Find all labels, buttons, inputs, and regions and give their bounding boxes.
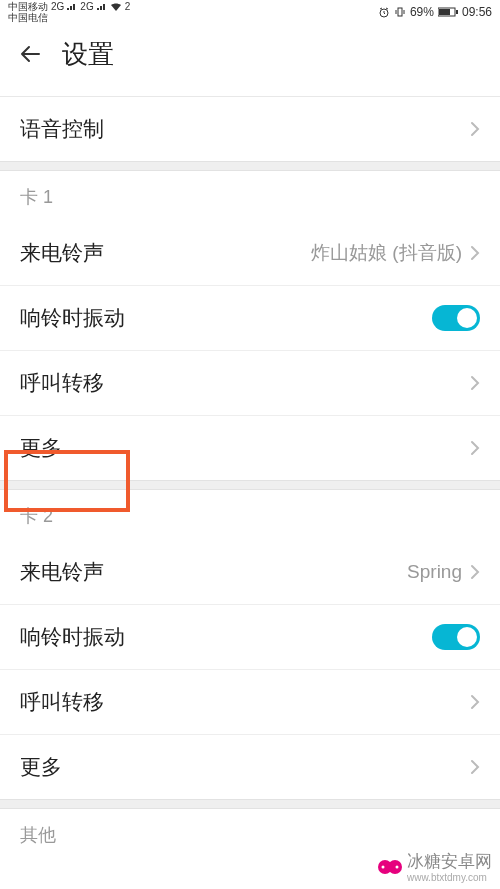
status-bar: 中国移动 2G 2G 2 中国电信 69% 09:56: [0, 0, 500, 24]
watermark-logo-icon: [377, 858, 403, 876]
card2-more-row[interactable]: 更多: [0, 734, 500, 799]
svg-point-8: [382, 865, 385, 868]
chevron-right-icon: [470, 121, 480, 137]
svg-rect-7: [383, 864, 397, 870]
svg-rect-1: [398, 8, 402, 16]
network-1: 2G: [51, 1, 64, 12]
chevron-right-icon: [470, 375, 480, 391]
card2-vibrate-toggle[interactable]: [432, 624, 480, 650]
chevron-right-icon: [470, 564, 480, 580]
alarm-icon: [378, 6, 390, 18]
back-button[interactable]: [18, 42, 42, 66]
watermark: 冰糖安卓网 www.btxtdmy.com: [377, 850, 492, 883]
carrier-1: 中国移动: [8, 1, 48, 12]
card1-vibrate-row[interactable]: 响铃时振动: [0, 285, 500, 350]
card2-header: 卡 2: [0, 490, 500, 540]
battery-icon: [438, 7, 458, 17]
page-title: 设置: [62, 37, 114, 72]
card1-more-row[interactable]: 更多: [0, 415, 500, 480]
card1-vibrate-label: 响铃时振动: [20, 304, 125, 332]
voice-control-row[interactable]: 语音控制: [0, 97, 500, 161]
svg-point-9: [396, 865, 399, 868]
card2-ringtone-label: 来电铃声: [20, 558, 104, 586]
carrier-2: 中国电信: [8, 12, 48, 23]
card1-vibrate-toggle[interactable]: [432, 305, 480, 331]
card2-vibrate-label: 响铃时振动: [20, 623, 125, 651]
status-left: 中国移动 2G 2G 2 中国电信: [8, 1, 130, 23]
chevron-right-icon: [470, 245, 480, 261]
wifi-icon: [110, 2, 122, 12]
header-bar: 设置: [0, 28, 500, 80]
card2-vibrate-row[interactable]: 响铃时振动: [0, 604, 500, 669]
chevron-right-icon: [470, 440, 480, 456]
clock: 09:56: [462, 5, 492, 19]
chevron-right-icon: [470, 694, 480, 710]
signal-icon-2: [97, 3, 107, 11]
card1-forward-row[interactable]: 呼叫转移: [0, 350, 500, 415]
card2-forward-row[interactable]: 呼叫转移: [0, 669, 500, 734]
card2-ringtone-value: Spring: [407, 561, 462, 583]
status-right: 69% 09:56: [378, 5, 492, 19]
card2-more-label: 更多: [20, 753, 62, 781]
watermark-text: 冰糖安卓网: [407, 850, 492, 873]
card1-forward-label: 呼叫转移: [20, 369, 104, 397]
network-2: 2G: [80, 1, 93, 12]
svg-rect-4: [456, 10, 458, 14]
card1-more-label: 更多: [20, 434, 62, 462]
voice-control-label: 语音控制: [20, 115, 104, 143]
card1-ringtone-value: 炸山姑娘 (抖音版): [311, 240, 462, 266]
chevron-right-icon: [470, 759, 480, 775]
wifi-exp: 2: [125, 1, 131, 12]
card1-ringtone-label: 来电铃声: [20, 239, 104, 267]
card1-header: 卡 1: [0, 171, 500, 221]
battery-percent: 69%: [410, 5, 434, 19]
watermark-sub: www.btxtdmy.com: [407, 873, 492, 883]
vibrate-icon: [394, 6, 406, 18]
card2-ringtone-row[interactable]: 来电铃声 Spring: [0, 540, 500, 604]
signal-icon-1: [67, 3, 77, 11]
card1-ringtone-row[interactable]: 来电铃声 炸山姑娘 (抖音版): [0, 221, 500, 285]
card2-forward-label: 呼叫转移: [20, 688, 104, 716]
svg-rect-3: [439, 9, 450, 15]
